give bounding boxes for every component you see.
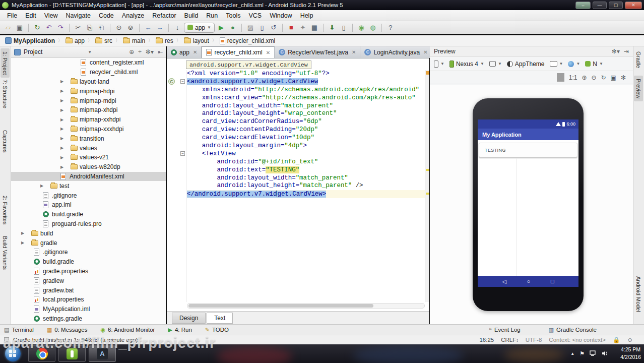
tree-expand-arrow-icon[interactable]: ▶: [60, 127, 63, 131]
orientation-select[interactable]: ▼: [489, 61, 502, 67]
paste-icon[interactable]: ⎗: [96, 23, 106, 33]
tree-expand-arrow-icon[interactable]: ▶: [60, 155, 63, 160]
recents-icon[interactable]: □: [551, 278, 554, 284]
tree-expand-arrow-icon[interactable]: ▶: [60, 117, 63, 122]
menu-item-window[interactable]: Window: [266, 11, 296, 20]
breadcrumb-item-src[interactable]: src: [94, 37, 113, 44]
tool-strip-tab----structure[interactable]: 7: Structure: [1, 77, 10, 111]
tree-item--gitignore[interactable]: .gitignore: [11, 191, 166, 200]
close-tab-icon[interactable]: ✕: [352, 49, 356, 55]
tree-expand-arrow-icon[interactable]: ▶: [60, 98, 63, 103]
run-configuration-select[interactable]: app ▼: [184, 23, 215, 33]
code-editor[interactable]: <?xml version="1.0" encoding="utf-8"?><a…: [187, 70, 425, 302]
tree-item--gitignore[interactable]: .gitignore: [11, 248, 166, 257]
back-icon[interactable]: ◁: [502, 278, 506, 285]
horizontal-scrollbar[interactable]: [187, 303, 425, 309]
menu-item-view[interactable]: View: [40, 11, 62, 20]
lock-icon[interactable]: 🔒: [613, 336, 620, 343]
gear-icon[interactable]: ✻▾: [612, 48, 620, 55]
tree-expand-arrow-icon[interactable]: ▶: [40, 184, 43, 188]
undo-icon[interactable]: ↶: [44, 23, 54, 33]
breadcrumb-item-app[interactable]: app: [65, 37, 86, 44]
stripe-mark-warning[interactable]: [426, 71, 429, 75]
toolwindow-button-6--android-monitor[interactable]: ◉6: Android Monitor: [100, 327, 155, 333]
menu-item-tools[interactable]: Tools: [222, 11, 244, 20]
toolwindow-button-event-log[interactable]: ❝Event Log: [489, 327, 521, 333]
theme-select[interactable]: AppTheme: [507, 60, 545, 68]
tree-item-gradle[interactable]: ▶gradle: [11, 238, 166, 248]
editor-tab-recycler-child-xml[interactable]: recycler_child.xml✕: [202, 46, 275, 58]
menu-item-vcs[interactable]: VCS: [244, 11, 266, 20]
tree-item-proguard-rules-pro[interactable]: proguard-rules.pro: [11, 219, 166, 229]
editor-mode-tab-text[interactable]: Text: [207, 313, 233, 324]
save-all-icon[interactable]: ▣: [15, 23, 25, 33]
tree-item-gradlew-bat[interactable]: gradlew.bat: [11, 285, 166, 295]
chevron-down-icon[interactable]: ▼: [88, 50, 92, 54]
network-icon[interactable]: [590, 350, 597, 357]
menu-item-run[interactable]: Run: [202, 11, 222, 20]
toolwindow-button-gradle-console[interactable]: ▥Gradle Console: [549, 327, 597, 333]
tool-strip-tab-captures[interactable]: Captures: [1, 127, 10, 156]
editor-mode-tab-design[interactable]: Design: [172, 313, 206, 324]
breadcrumb-item-layout[interactable]: layout: [183, 37, 210, 44]
restart-icon[interactable]: ↺: [269, 23, 279, 33]
editor-tab-loginactivity-java[interactable]: CLoginActivity.java✕: [360, 46, 432, 58]
sdk-manager-icon[interactable]: ⬇: [327, 23, 337, 33]
menu-item-analyze[interactable]: Analyze: [118, 11, 148, 20]
tool-strip-tab----favorites[interactable]: 2: Favorites: [1, 193, 10, 227]
toolwindow-button-0--messages[interactable]: ▦0: Messages: [47, 327, 88, 333]
tree-item-values-v21[interactable]: ▶values-v21: [11, 153, 166, 162]
encoding-select[interactable]: UTF-8: [526, 337, 542, 343]
tree-item-test[interactable]: ▶test: [11, 181, 166, 191]
breadcrumb-item-myapplication[interactable]: MyApplication: [4, 37, 56, 44]
zoom-actual-button[interactable]: 1:1: [569, 74, 577, 81]
fold-marker-icon[interactable]: −: [180, 79, 185, 84]
project-structure-icon[interactable]: ▦: [309, 23, 319, 33]
virtual-device-select[interactable]: ▼: [434, 60, 444, 68]
find-icon[interactable]: ⊙: [114, 23, 124, 33]
tool-strip-tab-preview[interactable]: Preview: [634, 76, 643, 101]
canvas-size-icon[interactable]: [557, 73, 564, 82]
hide-panel-icon[interactable]: ⇥: [624, 48, 629, 55]
error-stripe[interactable]: [425, 70, 429, 302]
gear-icon[interactable]: ✻▾: [146, 48, 154, 55]
activity-select[interactable]: ▼: [550, 61, 563, 67]
tree-item-gradlew[interactable]: gradlew: [11, 276, 166, 285]
close-tab-icon[interactable]: ✕: [266, 50, 270, 55]
menu-item-edit[interactable]: Edit: [21, 11, 40, 20]
refresh-button[interactable]: ↻: [601, 74, 606, 81]
back-icon[interactable]: ←: [143, 23, 153, 33]
tree-item-build-gradle[interactable]: build.gradle: [11, 210, 166, 219]
breadcrumb-item-main[interactable]: main: [122, 37, 146, 44]
card-view[interactable]: TESTING: [479, 143, 577, 157]
menu-item-navigate[interactable]: Navigate: [62, 11, 95, 20]
close-tab-icon[interactable]: ✕: [193, 49, 197, 55]
locate-file-icon[interactable]: ⊕: [129, 48, 134, 55]
tree-item-myapplication-iml[interactable]: MyApplication.iml: [11, 305, 166, 314]
sync-icon[interactable]: ↻: [32, 23, 42, 33]
open-icon[interactable]: ▱: [3, 23, 13, 33]
menu-item-refactor[interactable]: Refactor: [148, 11, 180, 20]
toolwindow-button-terminal[interactable]: ▤Terminal: [4, 327, 34, 333]
menu-item-build[interactable]: Build: [180, 11, 203, 20]
android-monitor-icon[interactable]: ◉: [356, 23, 366, 33]
forward-icon[interactable]: →: [155, 23, 165, 33]
api-version-select[interactable]: N▼: [585, 60, 603, 68]
tree-item-build-gradle[interactable]: build.gradle: [11, 257, 166, 267]
tree-expand-arrow-icon[interactable]: ▶: [60, 146, 63, 150]
breadcrumb-item-recycler_child.xml[interactable]: recycler_child.xml: [219, 37, 276, 44]
locale-select[interactable]: ▼: [568, 61, 580, 67]
home-icon[interactable]: ○: [527, 278, 531, 284]
tree-item-build[interactable]: ▶build: [11, 228, 166, 238]
project-panel-title[interactable]: Project: [24, 48, 42, 55]
cut-icon[interactable]: ✂: [73, 23, 83, 33]
tree-item-values-w820dp[interactable]: ▶values-w820dp: [11, 162, 166, 172]
zoom-in-button[interactable]: ⊕: [582, 74, 587, 81]
tree-item-local-properties[interactable]: local.properties: [11, 295, 166, 305]
context-gutter-icon[interactable]: C: [168, 78, 175, 85]
coverage-icon[interactable]: ▨: [245, 23, 255, 33]
line-ending-select[interactable]: CRLF↕: [501, 337, 519, 343]
tree-item-androidmanifest-xml[interactable]: AndroidManifest.xml: [11, 172, 166, 182]
collapse-all-icon[interactable]: ÷: [138, 48, 142, 55]
collapse-icon[interactable]: ↓: [172, 23, 182, 33]
